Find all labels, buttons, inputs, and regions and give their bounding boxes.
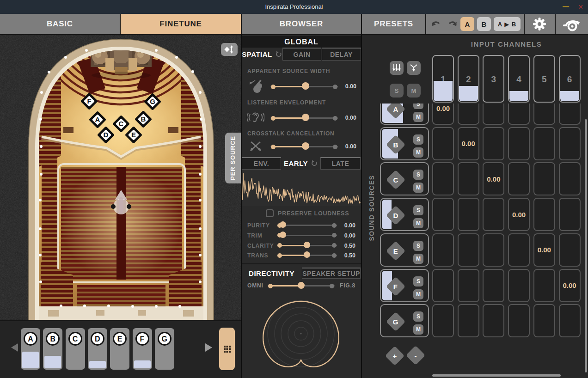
channel-meter-2[interactable]: 2 [458, 55, 479, 103]
row-solo-button[interactable]: S [413, 311, 423, 322]
spatial-slider-1[interactable] [270, 114, 338, 122]
channel-meter-4[interactable]: 4 [508, 55, 530, 103]
global-solo-button[interactable]: S [390, 84, 404, 98]
tab-env-[interactable]: ENV. [242, 157, 281, 170]
row-mute-button[interactable]: M [413, 147, 423, 158]
matrix-cell-B6[interactable] [559, 127, 581, 160]
tab-speaker-setup[interactable]: SPEAKER SETUP [302, 268, 361, 279]
matrix-cell-B5[interactable] [533, 127, 555, 160]
row-solo-button[interactable]: S [413, 241, 423, 251]
matrix-cell-F6[interactable]: 0.00 [559, 269, 581, 302]
matrix-cell-G3[interactable] [483, 304, 504, 337]
slider-handle[interactable] [280, 232, 286, 238]
source-row-C[interactable]: CSM [380, 162, 429, 195]
row-mute-button[interactable]: M [413, 324, 423, 335]
source-card-B[interactable]: B [43, 328, 62, 370]
matrix-cell-E4[interactable] [508, 233, 530, 267]
tab-spatial[interactable]: SPATIAL [242, 48, 282, 61]
slider-handle[interactable] [298, 282, 305, 289]
tab-browser[interactable]: BROWSER [242, 14, 361, 34]
source-card-F[interactable]: F [133, 328, 152, 370]
matrix-vertical-scrollbar[interactable] [585, 119, 587, 372]
redo-icon[interactable] [446, 19, 458, 29]
matrix-cell-E3[interactable] [483, 233, 504, 267]
env-param-slider-purity[interactable] [277, 221, 337, 229]
matrix-cell-G4[interactable] [508, 304, 530, 337]
slider-handle[interactable] [302, 142, 309, 150]
tab-directivity[interactable]: DIRECTIVITY [242, 268, 301, 279]
row-solo-button[interactable]: S [413, 134, 423, 145]
row-mute-button[interactable]: M [413, 112, 423, 122]
source-row-E[interactable]: ESM [380, 233, 429, 267]
env-param-slider-trans[interactable] [277, 251, 337, 259]
source-card-A[interactable]: A [21, 328, 40, 370]
source-card-E[interactable]: E [110, 328, 129, 370]
spatial-slider-0[interactable] [270, 82, 338, 91]
matrix-cell-F2[interactable] [458, 269, 479, 302]
matrix-cell-C5[interactable] [533, 162, 555, 195]
channel-meter-1[interactable]: 1 [432, 55, 454, 103]
close-button[interactable]: ✕ [575, 0, 586, 14]
directivity-slider[interactable] [268, 281, 335, 290]
matrix-cell-B2[interactable]: 0.00 [458, 127, 479, 160]
matrix-cell-F5[interactable] [533, 269, 555, 302]
matrix-cell-E2[interactable] [458, 233, 479, 267]
matrix-cell-C3[interactable]: 0.00 [483, 162, 504, 195]
matrix-cell-G5[interactable] [533, 304, 555, 337]
matrix-horizontal-scrollbar[interactable] [432, 374, 561, 377]
spatial-slider-2[interactable] [270, 142, 338, 151]
tab-basic[interactable]: BASIC [0, 14, 120, 34]
row-mute-button[interactable]: M [413, 183, 423, 193]
merge-routing-button[interactable] [407, 61, 421, 75]
matrix-cell-F3[interactable] [483, 269, 504, 302]
matrix-cell-D6[interactable] [559, 198, 581, 231]
tab-early[interactable]: EARLY [282, 157, 320, 170]
minimize-button[interactable]: — [560, 0, 571, 14]
strip-scroll-right-arrow[interactable] [205, 343, 212, 352]
slider-handle[interactable] [304, 251, 310, 258]
undo-icon[interactable] [431, 19, 443, 29]
copy-a-to-b-button[interactable]: A ▶ B [494, 17, 521, 31]
matrix-cell-B3[interactable] [483, 127, 504, 160]
matrix-cell-G6[interactable] [559, 304, 581, 337]
ab-slot-b-button[interactable]: B [477, 17, 491, 31]
matrix-cell-B1[interactable] [432, 127, 454, 160]
channel-meter-6[interactable]: 6 [559, 55, 581, 103]
source-card-C[interactable]: C [66, 328, 85, 370]
matrix-cell-C6[interactable] [559, 162, 581, 195]
source-row-B[interactable]: BSM [380, 127, 429, 160]
row-mute-button[interactable]: M [413, 254, 423, 264]
wet-signal-icon[interactable] [563, 16, 581, 33]
matrix-cell-D3[interactable] [483, 198, 504, 231]
ab-slot-a-button[interactable]: A [460, 17, 474, 31]
route-all-down-button[interactable] [390, 61, 404, 75]
env-param-slider-clarity[interactable] [277, 241, 337, 250]
row-mute-button[interactable]: M [413, 218, 423, 228]
channel-meter-5[interactable]: 5 [533, 55, 555, 103]
matrix-cell-E5[interactable]: 0.00 [533, 233, 555, 267]
matrix-cell-D2[interactable] [458, 198, 479, 231]
source-card-G[interactable]: G [155, 328, 174, 370]
tab-gain[interactable]: GAIN [282, 48, 321, 61]
slider-handle[interactable] [304, 242, 310, 248]
global-mute-button[interactable]: M [407, 84, 421, 98]
matrix-cell-C2[interactable] [458, 162, 479, 195]
row-solo-button[interactable]: S [413, 205, 423, 215]
per-source-tab[interactable]: PER SOURCE [225, 133, 241, 183]
matrix-cell-F1[interactable] [432, 269, 454, 302]
matrix-cell-B4[interactable] [508, 127, 530, 160]
matrix-cell-D1[interactable] [432, 198, 454, 231]
env-param-slider-trim[interactable] [277, 231, 337, 239]
matrix-cell-E6[interactable] [559, 233, 581, 267]
hall-zoom-toggle-button[interactable] [221, 43, 238, 56]
source-row-D[interactable]: DSM [380, 198, 429, 231]
tab-finetune[interactable]: FINETUNE [121, 14, 241, 34]
matrix-cell-F4[interactable] [508, 269, 530, 302]
matrix-cell-D5[interactable] [533, 198, 555, 231]
tab-presets[interactable]: PRESETS [362, 14, 425, 34]
matrix-cell-D4[interactable]: 0.00 [508, 198, 530, 231]
matrix-cell-G1[interactable] [432, 304, 454, 337]
slider-handle[interactable] [302, 82, 309, 90]
reset-icon[interactable] [311, 160, 318, 167]
matrix-cell-G2[interactable] [458, 304, 479, 337]
